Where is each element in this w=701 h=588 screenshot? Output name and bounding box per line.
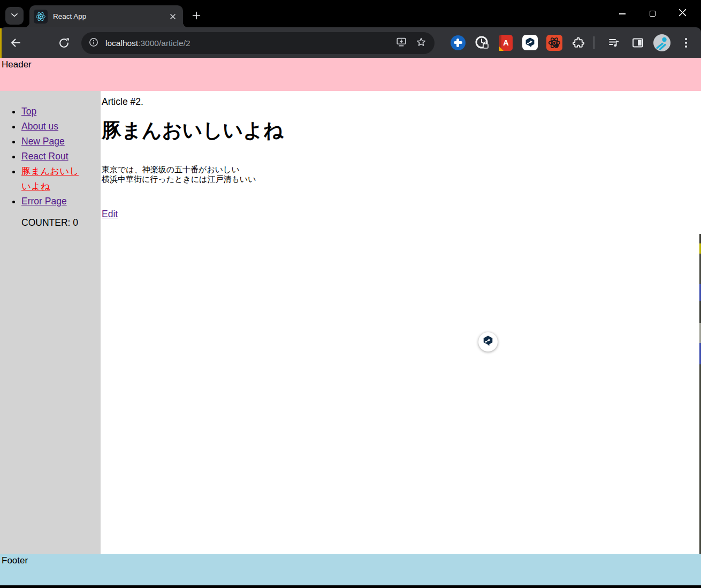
nav-item: React Rout (21, 149, 85, 164)
address-bar[interactable]: localhost:3000/article/2 (81, 32, 435, 54)
menu-dots-icon[interactable] (677, 34, 695, 51)
content-row: Top About us New Page React Rout 豚まんおいしい… (0, 91, 701, 554)
window-controls (607, 0, 697, 27)
react-logo-icon (34, 10, 48, 24)
forward-button[interactable] (32, 36, 46, 50)
extension-icons: A (449, 34, 586, 51)
maximize-icon (650, 11, 656, 17)
deepl-translate-icon (482, 335, 494, 349)
article-main: Article #2. 豚まんおいしいよね 東京では、神楽坂の五十番がおいしい … (101, 91, 701, 554)
nav-list: Top About us New Page React Rout 豚まんおいしい… (0, 104, 101, 209)
page-header: Header (0, 58, 701, 91)
background-window-sliver-left (0, 28, 2, 58)
nav-item: New Page (21, 134, 85, 149)
sidebar-item-about-us[interactable]: About us (21, 121, 58, 132)
close-button[interactable] (667, 0, 697, 27)
nav-item: Error Page (21, 194, 85, 209)
ext-gauge-lock-icon[interactable] (474, 34, 490, 51)
page-footer: Footer (0, 554, 701, 585)
article-title: 豚まんおいしいよね (102, 119, 701, 142)
url-text[interactable]: localhost:3000/article/2 (105, 39, 395, 48)
sidebar-nav: Top About us New Page React Rout 豚まんおいしい… (0, 91, 101, 554)
side-panel-icon[interactable] (629, 34, 646, 51)
toolbar-separator (593, 36, 595, 49)
sidebar-item-react-rout[interactable]: React Rout (21, 151, 68, 162)
nav-item: 豚まんおいしいよね (21, 164, 85, 194)
deepl-translate-float-button[interactable] (478, 332, 498, 352)
sidebar-item-butaman-active[interactable]: 豚まんおいしいよね (21, 166, 79, 192)
reload-button[interactable] (57, 36, 71, 50)
minimize-button[interactable] (607, 0, 637, 27)
url-path: :3000/article/2 (138, 39, 190, 48)
article-body: 東京では、神楽坂の五十番がおいしい 横浜中華街に行ったときには江戸清もいい (102, 165, 701, 184)
sidebar-item-top[interactable]: Top (21, 106, 36, 117)
back-button[interactable] (9, 36, 22, 50)
article-number: Article #2. (102, 96, 701, 108)
new-tab-button[interactable] (188, 7, 205, 24)
media-controls-icon[interactable] (605, 34, 622, 51)
ext-blue-plus-icon[interactable] (449, 34, 466, 51)
nav-item: About us (21, 119, 85, 134)
extensions-puzzle-icon[interactable] (570, 34, 586, 51)
tab-title: React App (53, 12, 167, 20)
ext-red-dictionary-icon[interactable]: A (498, 34, 514, 51)
tab-search-button[interactable] (5, 7, 24, 25)
sidebar-item-new-page[interactable]: New Page (21, 136, 65, 147)
bookmark-star-icon[interactable] (415, 36, 427, 50)
minimize-icon (619, 13, 626, 14)
sidebar-item-error-page[interactable]: Error Page (21, 196, 67, 207)
close-icon (679, 9, 687, 19)
install-app-icon[interactable] (395, 36, 407, 50)
maximize-button[interactable] (637, 0, 667, 27)
nav-item: Top (21, 104, 85, 119)
header-label: Header (2, 59, 32, 70)
browser-toolbar: localhost:3000/article/2 (0, 27, 701, 58)
profile-avatar[interactable] (653, 34, 670, 51)
ext-deepl-icon[interactable] (522, 34, 538, 51)
article-body-line: 東京では、神楽坂の五十番がおいしい (102, 165, 701, 174)
tab-close-icon[interactable] (167, 11, 178, 21)
browser-window: React App (0, 0, 701, 588)
edit-link[interactable]: Edit (102, 209, 118, 220)
toolbar-right-cluster (605, 34, 695, 51)
ext-react-devtools-icon[interactable] (546, 34, 562, 51)
footer-label: Footer (2, 555, 28, 566)
article-body-line: 横浜中華街に行ったときには江戸清もいい (102, 174, 701, 184)
tab-strip: React App (0, 0, 701, 27)
web-page: Header Top About us New Page React Rout … (0, 58, 701, 585)
url-host: localhost (105, 39, 138, 48)
chevron-down-icon (9, 10, 20, 22)
browser-tab[interactable]: React App (29, 5, 183, 27)
counter-label: COUNTER: 0 (0, 217, 101, 228)
site-info-icon[interactable] (88, 37, 99, 50)
